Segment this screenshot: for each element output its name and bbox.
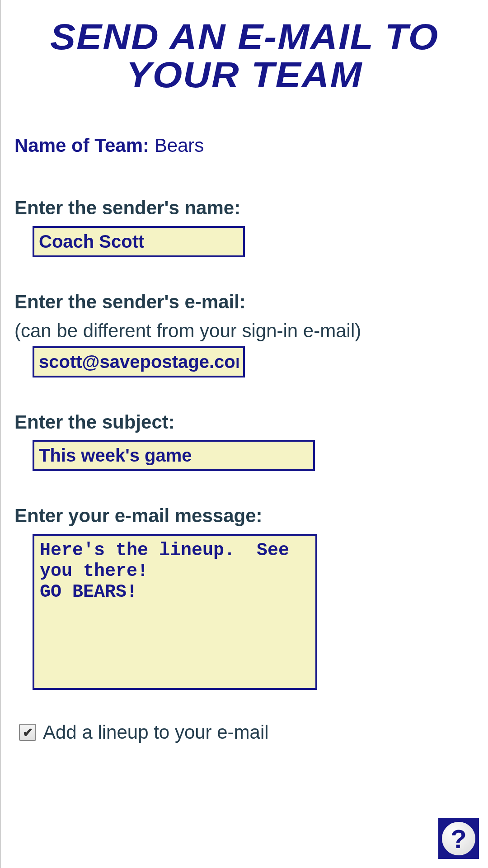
sender-email-group: Enter the sender's e-mail: (can be diffe…: [14, 289, 474, 377]
sender-name-input[interactable]: [33, 226, 245, 257]
page-title: Send an E-Mail to Your Team: [3, 18, 486, 94]
message-textarea[interactable]: Here's the lineup. See you there! GO BEA…: [33, 534, 317, 690]
team-name-value: Bears: [155, 135, 204, 156]
subject-label: Enter the subject:: [14, 409, 474, 436]
message-group: Enter your e-mail message: Here's the li…: [14, 503, 474, 690]
sender-email-sublabel: (can be different from your sign-in e-ma…: [14, 320, 474, 342]
help-icon: ?: [441, 821, 477, 857]
message-label: Enter your e-mail message:: [14, 503, 474, 529]
sender-name-group: Enter the sender's name:: [14, 195, 474, 257]
subject-input[interactable]: [33, 440, 315, 471]
checkmark-icon: ✔: [23, 725, 33, 740]
sender-email-label: Enter the sender's e-mail:: [14, 289, 474, 316]
add-lineup-row[interactable]: ✔ Add a lineup to your e-mail: [19, 722, 474, 743]
team-name-line: Name of Team: Bears: [14, 135, 474, 156]
help-button[interactable]: ?: [438, 818, 479, 859]
question-mark-icon: ?: [450, 824, 466, 854]
sender-name-label: Enter the sender's name:: [14, 195, 474, 222]
sender-email-input[interactable]: [33, 346, 245, 377]
add-lineup-checkbox[interactable]: ✔: [19, 724, 36, 741]
add-lineup-label: Add a lineup to your e-mail: [43, 722, 269, 743]
email-form-container: Send an E-Mail to Your Team Name of Team…: [0, 0, 488, 868]
team-name-label: Name of Team:: [14, 135, 155, 156]
subject-group: Enter the subject:: [14, 409, 474, 472]
